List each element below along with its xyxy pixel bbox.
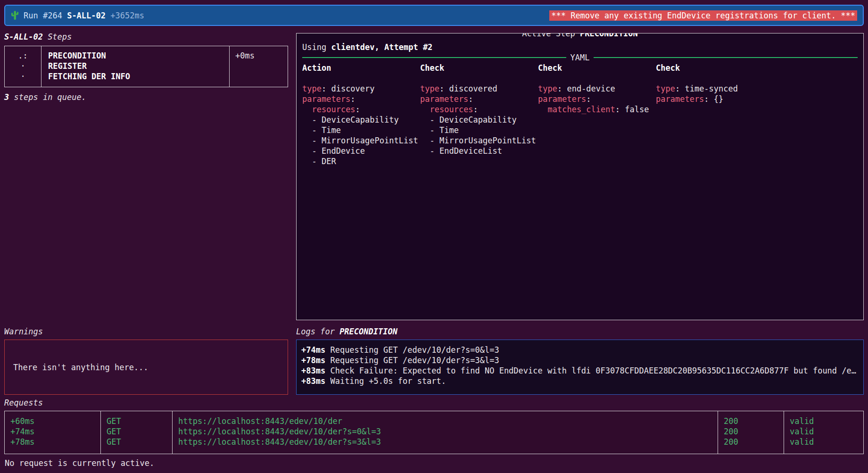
- yaml-key: parameters: [302, 94, 350, 104]
- yaml-line: - EndDeviceList: [420, 146, 538, 156]
- steps-status-column: .:··: [5, 46, 41, 87]
- request-method: GET: [107, 426, 172, 437]
- yaml-text: - DER: [302, 157, 336, 166]
- using-prefix: Using: [302, 42, 331, 52]
- request-time: +60ms: [10, 416, 100, 426]
- run-title: Run #264 S-ALL-02 +3652ms: [24, 10, 144, 21]
- requests-column-method: GETGETGET: [101, 411, 173, 454]
- request-status: 200: [724, 416, 784, 426]
- yaml-line: parameters: {}: [656, 94, 774, 104]
- step-label: REGISTER: [48, 61, 229, 71]
- request-url: https://localhost:8443/edev/10/der: [178, 416, 718, 426]
- yaml-line: - MirrorUsagePointList: [302, 135, 420, 146]
- yaml-key: type: [538, 84, 557, 93]
- step-label: PRECONDITION: [48, 50, 229, 61]
- yaml-text: : end-device: [557, 84, 615, 93]
- requests-column-url: https://localhost:8443/edev/10/derhttps:…: [173, 411, 718, 454]
- logs-title: Logs for PRECONDITION: [296, 326, 864, 337]
- yaml-line: type: discovered: [420, 83, 538, 94]
- yaml-text: - Time: [420, 125, 459, 135]
- active-step-panel-title: Active Step PRECONDITION: [517, 33, 643, 39]
- yaml-text: : time-synced: [675, 84, 738, 93]
- yaml-line: type: discovery: [302, 83, 420, 94]
- step-status-icon: .:: [5, 50, 41, 61]
- yaml-line: matches_client: false: [538, 104, 656, 115]
- yaml-line: - Time: [302, 125, 420, 135]
- yaml-text: : {}: [704, 94, 723, 104]
- queue-count: 3: [4, 92, 9, 102]
- steps-table[interactable]: .:·· PRECONDITIONREGISTERFETCHING DER IN…: [4, 46, 288, 87]
- request-url: https://localhost:8443/edev/10/der?s=0&l…: [178, 426, 718, 437]
- queue-note: 3 steps in queue.: [4, 92, 288, 102]
- request-validity: valid: [790, 416, 863, 426]
- yaml-text: - Time: [302, 125, 341, 135]
- yaml-text: - DeviceCapability: [302, 115, 399, 124]
- log-entry: +78ms Requesting GET /edev/10/der?s=3&l=…: [301, 355, 859, 365]
- yaml-line: - DeviceCapability: [302, 115, 420, 125]
- yaml-text: - DeviceCapability: [420, 115, 517, 124]
- warning-banner: *** Remove any existing EndDevice regist…: [549, 10, 857, 21]
- active-step-panel: Active Step PRECONDITION Using clientdev…: [296, 33, 864, 320]
- yaml-columns: Actiontype: discoveryparameters: resourc…: [302, 63, 858, 166]
- step-time: +0ms: [235, 50, 288, 61]
- requests-table[interactable]: +60ms+74ms+78msGETGETGEThttps://localhos…: [4, 411, 864, 454]
- request-method: GET: [107, 437, 172, 447]
- yaml-text: :: [355, 105, 360, 114]
- yaml-text: - MirrorUsagePointList: [302, 136, 418, 145]
- yaml-text: :: [468, 94, 473, 104]
- yaml-text: :: [473, 105, 478, 114]
- log-entry: +74ms Requesting GET /edev/10/der?s=0&l=…: [301, 345, 859, 355]
- yaml-text: - EndDeviceList: [420, 146, 502, 156]
- yaml-text: [302, 105, 312, 114]
- yaml-line: parameters:: [538, 94, 656, 104]
- yaml-line: - MirrorUsagePointList: [420, 135, 538, 146]
- log-timestamp: +78ms: [301, 356, 325, 365]
- warnings-title: Warnings: [4, 326, 288, 337]
- yaml-key: resources: [430, 105, 473, 114]
- yaml-column: Checktype: end-deviceparameters: matches…: [538, 63, 656, 166]
- yaml-text: - MirrorUsagePointList: [420, 136, 536, 145]
- logs-box[interactable]: +74ms Requesting GET /edev/10/der?s=0&l=…: [296, 340, 864, 395]
- warnings-empty-text: There isn't anything here...: [13, 362, 149, 373]
- yaml-line: - DER: [302, 156, 420, 166]
- step-time: [235, 61, 288, 71]
- yaml-rule-line-left: [302, 57, 566, 58]
- yaml-line: - Time: [420, 125, 538, 135]
- yaml-column: Checktype: time-syncedparameters: {}: [656, 63, 774, 166]
- run-elapsed-time: +3652ms: [110, 11, 144, 20]
- request-time: +74ms: [10, 426, 100, 437]
- active-step-column: Active Step PRECONDITION Using clientdev…: [296, 28, 864, 395]
- log-message: Requesting GET /edev/10/der?s=3&l=3: [325, 356, 499, 365]
- yaml-text: :: [350, 94, 355, 104]
- steps-title-procedure: S-ALL-02: [4, 32, 43, 41]
- steps-column: S-ALL-02 Steps .:·· PRECONDITIONREGISTER…: [4, 28, 288, 395]
- log-timestamp: +83ms: [301, 376, 325, 386]
- yaml-key: parameters: [538, 94, 586, 104]
- yaml-column: Actiontype: discoveryparameters: resourc…: [302, 63, 420, 166]
- yaml-line: parameters:: [420, 94, 538, 104]
- request-validity: valid: [790, 426, 863, 437]
- active-request-status: No request is currently active.: [5, 458, 868, 468]
- yaml-rule-line-right: [594, 57, 858, 58]
- step-label: FETCHING DER INFO: [48, 71, 229, 82]
- yaml-text: : false: [615, 105, 649, 114]
- requests-column-status: 200200200: [718, 411, 784, 454]
- yaml-text: [420, 105, 430, 114]
- steps-time-column: +0ms: [230, 46, 288, 87]
- step-status-icon: ·: [5, 71, 41, 82]
- yaml-column-header: Check: [656, 63, 774, 73]
- yaml-key: type: [420, 84, 439, 93]
- log-message: Check Failure: Expected to find NO EndDe…: [325, 366, 859, 375]
- logs-title-prefix: Logs for: [296, 327, 339, 336]
- yaml-column-header: Check: [538, 63, 656, 73]
- warnings-box: There isn't anything here...: [4, 340, 288, 395]
- steps-panel-title: S-ALL-02 Steps: [4, 32, 288, 42]
- yaml-line: resources:: [302, 104, 420, 115]
- request-method: GET: [107, 416, 172, 426]
- step-status-icon: ·: [5, 61, 41, 71]
- yaml-rule: YAML: [302, 52, 858, 63]
- requests-column-time: +60ms+74ms+78ms: [5, 411, 101, 454]
- step-time: [235, 71, 288, 82]
- yaml-line: - DeviceCapability: [420, 115, 538, 125]
- yaml-line: - EndDevice: [302, 146, 420, 156]
